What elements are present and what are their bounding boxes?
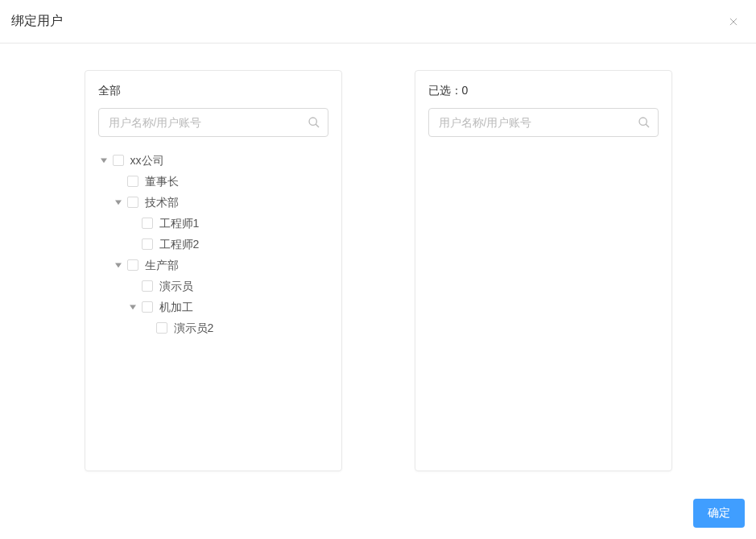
svg-line-9 <box>646 124 649 127</box>
tree-node-label[interactable]: 工程师1 <box>159 213 200 234</box>
org-tree: xx公司 董事长 技术部 工程师1 <box>85 150 341 338</box>
svg-point-8 <box>639 118 647 125</box>
checkbox[interactable] <box>142 218 153 229</box>
modal-title: 绑定用户 <box>11 13 63 30</box>
tree-node-label[interactable]: 董事长 <box>145 171 179 192</box>
selected-search-box <box>428 108 659 137</box>
tree-node-production: 生产部 <box>98 255 328 276</box>
confirm-button[interactable]: 确定 <box>693 499 745 528</box>
tree-node-label[interactable]: 机加工 <box>159 296 193 317</box>
modal-footer: 确定 <box>693 499 745 528</box>
selected-title-prefix: 已选： <box>428 84 462 97</box>
tree-node-label[interactable]: 生产部 <box>145 255 179 276</box>
caret-down-icon[interactable] <box>113 197 124 208</box>
tree-node-label[interactable]: 技术部 <box>145 192 179 213</box>
svg-marker-6 <box>115 263 122 268</box>
caret-down-icon[interactable] <box>98 155 109 166</box>
search-icon[interactable] <box>634 113 654 132</box>
selected-users-panel: 已选：0 <box>415 70 672 471</box>
search-icon[interactable] <box>304 113 324 132</box>
checkbox[interactable] <box>142 301 153 313</box>
caret-down-icon[interactable] <box>127 301 138 313</box>
checkbox[interactable] <box>156 322 167 334</box>
tree-node-label[interactable]: xx公司 <box>130 150 164 171</box>
checkbox[interactable] <box>142 238 153 250</box>
tree-node-machining: 机加工 <box>98 296 328 317</box>
all-search-box <box>98 108 328 137</box>
checkbox[interactable] <box>142 280 153 292</box>
selected-panel-title: 已选：0 <box>415 84 671 98</box>
svg-point-2 <box>309 118 316 125</box>
close-icon[interactable] <box>727 15 740 28</box>
tree-node-label[interactable]: 演示员2 <box>174 317 214 338</box>
svg-line-3 <box>316 124 319 127</box>
modal-body: 全部 xx公司 董事长 <box>0 44 756 471</box>
modal-header: 绑定用户 <box>0 0 756 44</box>
svg-marker-5 <box>115 201 122 205</box>
all-search-input[interactable] <box>98 108 328 137</box>
selected-search-input[interactable] <box>428 108 659 137</box>
svg-marker-7 <box>130 305 136 310</box>
checkbox[interactable] <box>127 259 138 271</box>
tree-node-chairman: 董事长 <box>98 171 328 192</box>
tree-node-company: xx公司 <box>98 150 328 171</box>
tree-node-engineer2: 工程师2 <box>98 234 328 255</box>
all-users-panel: 全部 xx公司 董事长 <box>85 70 342 471</box>
caret-down-icon[interactable] <box>113 259 124 271</box>
tree-node-demo: 演示员 <box>98 276 328 296</box>
checkbox[interactable] <box>127 176 138 187</box>
tree-node-tech: 技术部 <box>98 192 328 213</box>
all-panel-title: 全部 <box>85 84 341 98</box>
tree-node-label[interactable]: 演示员 <box>159 276 193 296</box>
svg-marker-4 <box>101 159 107 164</box>
checkbox[interactable] <box>113 155 124 166</box>
selected-count: 0 <box>462 84 469 97</box>
tree-node-demo2: 演示员2 <box>98 317 328 338</box>
checkbox[interactable] <box>127 197 138 208</box>
tree-node-engineer1: 工程师1 <box>98 213 328 234</box>
tree-node-label[interactable]: 工程师2 <box>159 234 200 255</box>
